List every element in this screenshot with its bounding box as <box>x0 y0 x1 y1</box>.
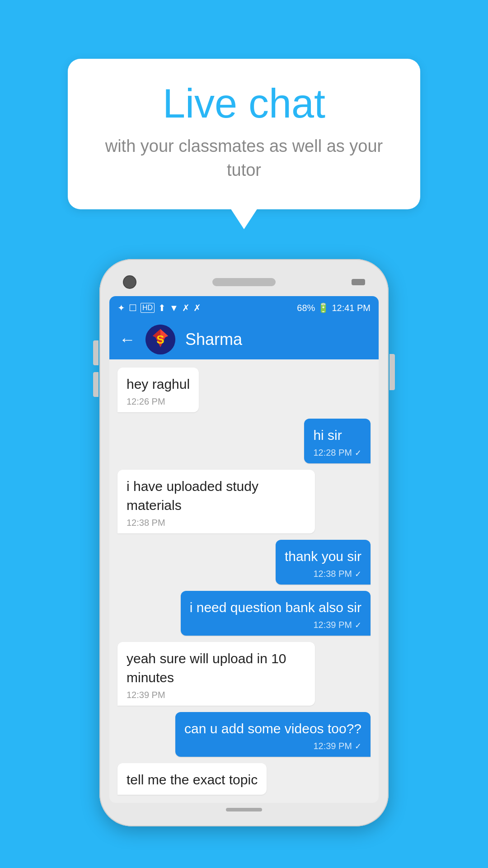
message-text: hey raghul <box>127 375 190 394</box>
home-bar <box>226 808 262 811</box>
proximity-sensor <box>352 279 365 285</box>
read-checkmark: ✓ <box>355 448 361 458</box>
message-time: 12:39 PM <box>127 690 306 700</box>
front-camera <box>123 275 136 289</box>
message-time: 12:28 PM ✓ <box>313 448 361 458</box>
contact-name: Sharma <box>185 330 242 349</box>
status-bar: ✦ ☐ HD ⬆ ▼ ✗ ✗ 68% 🔋 12:41 PM <box>109 296 379 320</box>
message-text: yeah sure will upload in 10 minutes <box>127 649 306 687</box>
avatar-image: S <box>145 325 175 354</box>
phone-top <box>109 269 379 296</box>
svg-text:S: S <box>156 333 164 346</box>
message-row: hey raghul 12:26 PM <box>117 368 371 412</box>
bluetooth-icon: ✦ <box>117 302 125 313</box>
battery-icon: 🔋 <box>318 302 329 313</box>
message-row: hi sir 12:28 PM ✓ <box>117 419 371 463</box>
message-time: 12:39 PM ✓ <box>184 741 361 751</box>
message-bubble-received: hey raghul 12:26 PM <box>117 368 199 412</box>
avatar: S <box>145 325 175 354</box>
message-bubble-sent: i need question bank also sir 12:39 PM ✓ <box>181 591 371 636</box>
clock: 12:41 PM <box>332 303 371 313</box>
data-icon: ⬆ <box>158 302 166 313</box>
message-bubble-sent: thank you sir 12:38 PM ✓ <box>276 540 371 585</box>
message-row: i have uploaded study materials 12:38 PM <box>117 470 371 533</box>
bubble-title: Live chat <box>99 81 389 126</box>
message-text: hi sir <box>313 426 361 445</box>
volume-up-button <box>93 340 99 365</box>
message-time: 12:38 PM ✓ <box>285 569 361 579</box>
message-row: yeah sure will upload in 10 minutes 12:3… <box>117 642 371 706</box>
phone-home-area <box>109 803 379 816</box>
message-text: i have uploaded study materials <box>127 477 306 515</box>
message-bubble-received-partial: tell me the exact topic <box>117 763 267 795</box>
message-text: thank you sir <box>285 547 361 566</box>
message-text: i need question bank also sir <box>190 598 361 617</box>
message-time: 12:26 PM <box>127 396 190 407</box>
message-text: tell me the exact topic <box>127 770 258 789</box>
read-checkmark: ✓ <box>355 620 361 630</box>
message-bubble-received: yeah sure will upload in 10 minutes 12:3… <box>117 642 315 706</box>
speech-bubble: Live chat with your classmates as well a… <box>68 59 420 209</box>
signal-icon: ✗ <box>182 302 190 313</box>
message-text: can u add some videos too?? <box>184 719 361 738</box>
message-row: tell me the exact topic <box>117 763 371 795</box>
message-bubble-received: i have uploaded study materials 12:38 PM <box>117 470 315 533</box>
phone-mockup: ✦ ☐ HD ⬆ ▼ ✗ ✗ 68% 🔋 12:41 PM ← <box>99 259 389 826</box>
message-bubble-sent: hi sir 12:28 PM ✓ <box>304 419 371 463</box>
phone-screen: ✦ ☐ HD ⬆ ▼ ✗ ✗ 68% 🔋 12:41 PM ← <box>109 296 379 803</box>
app-header: ← S Sharma <box>109 320 379 359</box>
battery-percent: 68% <box>297 303 315 313</box>
volume-down-button <box>93 372 99 397</box>
power-button <box>389 354 395 390</box>
message-row: can u add some videos too?? 12:39 PM ✓ <box>117 712 371 757</box>
chat-area: hey raghul 12:26 PM hi sir 12:28 PM ✓ <box>109 359 379 803</box>
bubble-subtitle: with your classmates as well as your tut… <box>99 134 389 182</box>
message-time: 12:38 PM <box>127 518 306 528</box>
message-row: i need question bank also sir 12:39 PM ✓ <box>117 591 371 636</box>
status-right-icons: 68% 🔋 12:41 PM <box>297 302 371 313</box>
vibrate-icon: ☐ <box>129 302 137 313</box>
back-button[interactable]: ← <box>119 330 136 349</box>
earpiece-speaker <box>212 278 276 286</box>
status-left-icons: ✦ ☐ HD ⬆ ▼ ✗ ✗ <box>117 302 201 313</box>
message-time: 12:39 PM ✓ <box>190 620 361 630</box>
signal-icon2: ✗ <box>193 302 201 313</box>
hd-icon: HD <box>141 303 155 313</box>
read-checkmark: ✓ <box>355 569 361 579</box>
wifi-icon: ▼ <box>169 303 178 313</box>
message-bubble-sent: can u add some videos too?? 12:39 PM ✓ <box>175 712 371 757</box>
message-row: thank you sir 12:38 PM ✓ <box>117 540 371 585</box>
read-checkmark: ✓ <box>355 741 361 751</box>
